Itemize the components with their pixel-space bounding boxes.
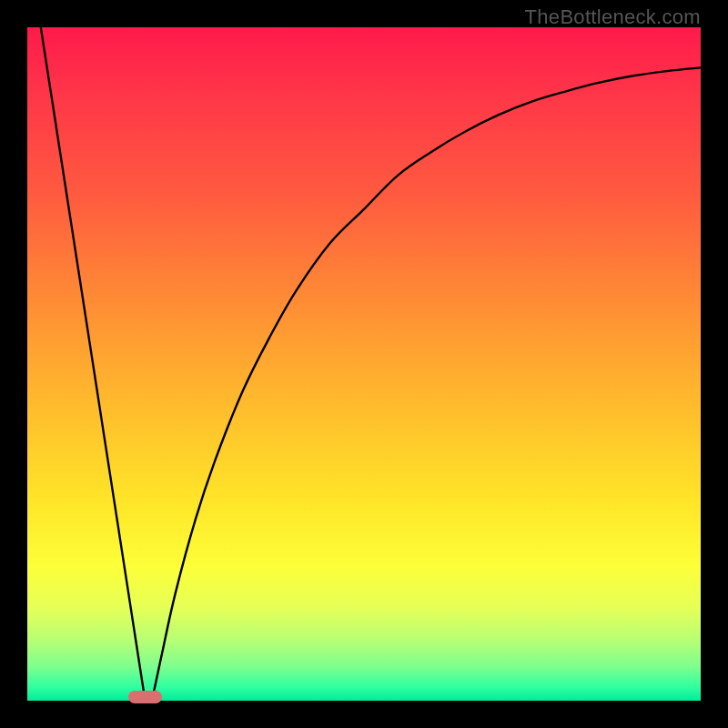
curve-layer [27, 27, 701, 701]
curve-right-branch [152, 67, 701, 701]
watermark-text: TheBottleneck.com [525, 5, 701, 29]
chart-frame: TheBottleneck.com [0, 0, 728, 728]
plot-area [27, 27, 701, 701]
bottleneck-marker [128, 691, 162, 703]
curve-left-branch [41, 27, 146, 701]
